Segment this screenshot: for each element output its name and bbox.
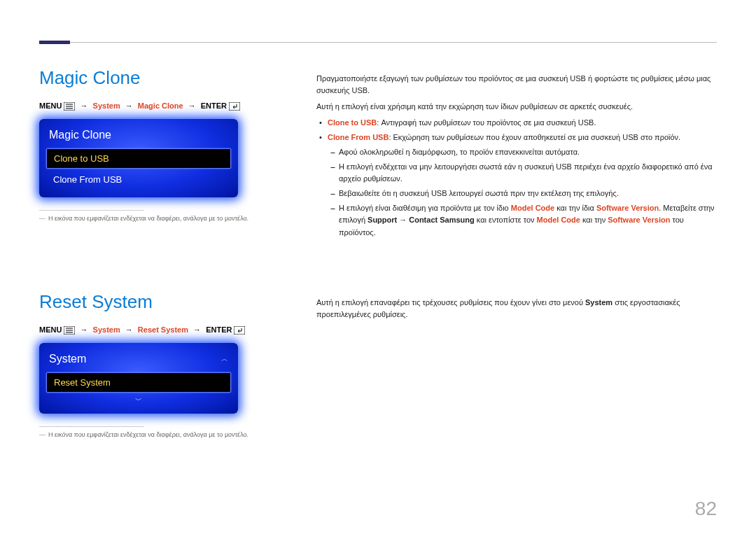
- osd-title: System ︿: [45, 350, 232, 371]
- breadcrumb-enter: ENTER: [201, 101, 227, 110]
- label: Clone From USB: [328, 133, 388, 141]
- section-reset-system: Reset System MENU → System → Reset Syste…: [39, 291, 291, 438]
- description-reset-system: Αυτή η επιλογή επαναφέρει τις τρέχουσες …: [316, 297, 717, 325]
- paragraph: Αυτή η επιλογή επαναφέρει τις τρέχουσες …: [316, 297, 717, 321]
- model-code-2: Model Code: [537, 216, 580, 224]
- breadcrumb-system: System: [93, 325, 120, 334]
- breadcrumb-menu: MENU: [39, 101, 62, 110]
- system-word: System: [585, 298, 612, 307]
- breadcrumb-item: Magic Clone: [138, 101, 183, 110]
- top-rule: [39, 42, 717, 43]
- footnote: ―Η εικόνα που εμφανίζεται ενδέχεται να δ…: [39, 431, 291, 438]
- sublist: Αφού ολοκληρωθεί η διαμόρφωση, το προϊόν…: [328, 146, 717, 238]
- osd-item-clone-from-usb[interactable]: Clone From USB: [46, 170, 231, 189]
- section-title: Reset System: [39, 291, 291, 313]
- osd-title-text: System: [49, 353, 86, 365]
- osd-title-text: Magic Clone: [49, 129, 111, 141]
- bullet-clone-from-usb: Clone From USB: Εκχώρηση των ρυθμίσεων π…: [316, 132, 717, 238]
- enter-icon: [229, 102, 240, 111]
- menu-icon: [64, 102, 75, 111]
- footnote: ―Η εικόνα που εμφανίζεται ενδέχεται να δ…: [39, 215, 291, 222]
- support: Support: [368, 216, 397, 224]
- osd-reset-system: System ︿ Reset System ﹀: [39, 343, 238, 414]
- section-title: Magic Clone: [39, 67, 291, 89]
- arrow-icon: →: [125, 101, 133, 110]
- text: : Εκχώρηση των ρυθμίσεων που έχουν αποθη…: [388, 133, 680, 141]
- sub-item: Η επιλογή ενδέχεται να μην λειτουργήσει …: [328, 161, 717, 185]
- contact: Contact Samsung: [409, 216, 475, 224]
- description-magic-clone: Πραγματοποιήστε εξαγωγή των ρυθμίσεων το…: [316, 73, 717, 241]
- arrow-icon: →: [80, 325, 88, 334]
- breadcrumb-enter: ENTER: [206, 325, 232, 334]
- osd-title: Magic Clone: [45, 126, 232, 147]
- footnote-text: Η εικόνα που εμφανίζεται ενδέχεται να δι…: [48, 431, 248, 438]
- breadcrumb-reset-system: MENU → System → Reset System → ENTER: [39, 325, 291, 335]
- software-version-2: Software Version: [608, 216, 670, 224]
- top-rule-accent: [39, 41, 70, 44]
- t: και την: [580, 216, 608, 224]
- arrow-icon: →: [80, 101, 88, 110]
- breadcrumb-magic-clone: MENU → System → Magic Clone → ENTER: [39, 101, 291, 111]
- chevron-down-icon[interactable]: ﹀: [45, 394, 232, 407]
- chevron-up-icon[interactable]: ︿: [221, 354, 228, 364]
- t: και εντοπίστε τον: [475, 216, 537, 224]
- breadcrumb-item: Reset System: [138, 325, 188, 334]
- paragraph: Αυτή η επιλογή είναι χρήσιμη κατά την εκ…: [316, 101, 717, 113]
- footnote-text: Η εικόνα που εμφανίζεται ενδέχεται να δι…: [48, 215, 248, 222]
- arrow-icon: →: [399, 216, 407, 224]
- svg-rect-4: [229, 102, 240, 111]
- sub-item: Αφού ολοκληρωθεί η διαμόρφωση, το προϊόν…: [328, 146, 717, 158]
- divider: [39, 210, 144, 211]
- divider: [39, 426, 144, 427]
- arrow-icon: →: [193, 325, 201, 334]
- breadcrumb-system: System: [93, 101, 120, 110]
- enter-icon: [234, 326, 245, 335]
- t: και την ίδια: [554, 204, 596, 212]
- software-version: Software Version: [596, 204, 659, 212]
- t: Η επιλογή είναι διαθέσιμη για προϊόντα μ…: [339, 204, 511, 212]
- model-code: Model Code: [511, 204, 554, 212]
- section-magic-clone: Magic Clone MENU → System → Magic Clone …: [39, 67, 291, 222]
- label: Clone to USB: [328, 118, 377, 127]
- text: : Αντιγραφή των ρυθμίσεων του προϊόντος …: [377, 118, 596, 127]
- bullet-list: Clone to USB: Αντιγραφή των ρυθμίσεων το…: [316, 117, 717, 238]
- sub-item: Η επιλογή είναι διαθέσιμη για προϊόντα μ…: [328, 202, 717, 238]
- svg-rect-9: [234, 326, 245, 335]
- bullet-clone-to-usb: Clone to USB: Αντιγραφή των ρυθμίσεων το…: [316, 117, 717, 129]
- page-number: 82: [695, 498, 717, 520]
- sub-item: Βεβαιωθείτε ότι η συσκευή USB λειτουργεί…: [328, 188, 717, 199]
- paragraph: Πραγματοποιήστε εξαγωγή των ρυθμίσεων το…: [316, 73, 717, 97]
- osd-magic-clone: Magic Clone Clone to USB Clone From USB: [39, 119, 238, 197]
- arrow-icon: →: [125, 325, 133, 334]
- osd-item-clone-to-usb[interactable]: Clone to USB: [46, 148, 231, 169]
- t: Αυτή η επιλογή επαναφέρει τις τρέχουσες …: [316, 298, 585, 307]
- arrow-icon: →: [188, 101, 196, 110]
- osd-item-reset-system[interactable]: Reset System: [46, 372, 231, 393]
- menu-icon: [64, 326, 75, 335]
- breadcrumb-menu: MENU: [39, 325, 62, 334]
